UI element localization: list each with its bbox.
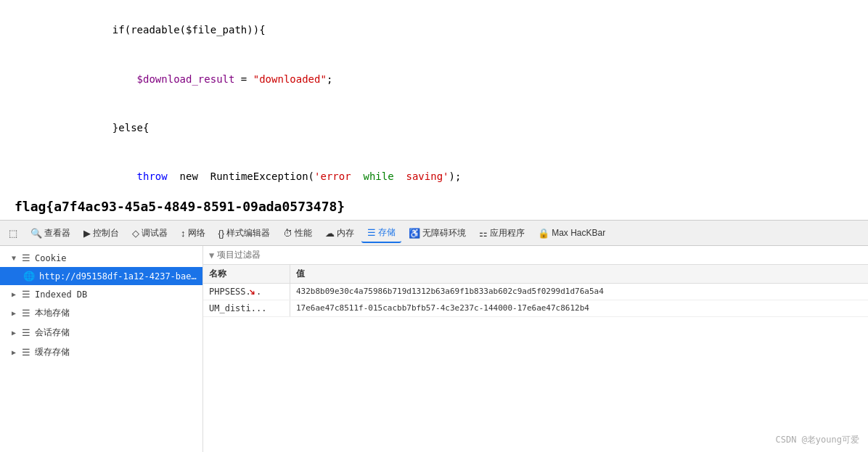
table-row[interactable]: PHPSESS... ➔ 432b8b09e30c4a75986b719d131… [203,284,868,300]
flag-line: flag{a7f4ac93-45a5-4849-8591-09ada057347… [0,196,868,220]
perf-icon: ⏱ [283,228,292,239]
memory-icon: ☁ [325,228,335,239]
expand-arrow-localstorage: ▶ [12,309,16,317]
flag-text: flag{a7f4ac93-45a5-4849-8591-09ada057347… [15,199,345,214]
toolbar-style-button[interactable]: {} 样式编辑器 [213,224,277,242]
code-line-1: if(readable($file_path)){ [15,6,853,54]
viewer-label: 查看器 [44,227,70,239]
storage-icon: ☰ [367,227,376,238]
maxhackar-icon: 🔒 [538,228,549,239]
toolbar-a11y-button[interactable]: ♿ 无障碍环境 [403,224,472,242]
expand-arrow-cachestorage: ▶ [12,348,16,356]
sidebar-item-sessionstorage[interactable]: ▶ ☰ 会话存储 [0,323,202,342]
watermark: CSDN @老young可爱 [776,434,859,446]
storage-content-area: ▼ 项目过滤器 名称 值 PHPSESS... ➔ [203,246,868,452]
style-icon: {} [218,228,225,239]
storage-sidebar: ▼ ☰ Cookie 🌐 http://d95158df-1a12-4237-b… [0,246,203,452]
toolbar-inspect-button[interactable]: ⬚ [3,225,23,242]
network-label: 网络 [188,227,205,239]
cookie-value-1: 432b8b09e30c4a75986b719d1312b63a69f1b833… [290,284,868,300]
viewer-icon: 🔍 [30,228,42,239]
sidebar-item-cookie-url[interactable]: 🌐 http://d95158df-1a12-4237-bae8-6b2e0ad… [0,267,202,285]
expand-arrow-indexeddb: ▶ [12,290,16,298]
toolbar-memory-button[interactable]: ☁ 内存 [319,224,360,242]
sidebar-cookie-label: Cookie [35,253,66,263]
toolbar-network-button[interactable]: ↕ 网络 [175,224,211,242]
header-value: 值 [290,265,868,283]
cookie-value-2: 17e6ae47c8511f-015cacbb7bfb57-4c3e237c-1… [290,300,868,316]
a11y-label: 无障碍环境 [422,227,466,239]
memory-label: 内存 [337,227,354,239]
apps-label: 应用程序 [490,227,525,239]
code-line-4: throw new RuntimeException('error while … [15,152,853,196]
debugger-label: 调试器 [142,227,168,239]
toolbar-viewer-button[interactable]: 🔍 查看器 [25,224,76,242]
indexeddb-icon: ☰ [22,289,30,300]
table-row[interactable]: UM_disti... 17e6ae47c8511f-015cacbb7bfb5… [203,300,868,317]
sidebar-item-cachestorage[interactable]: ▶ ☰ 缓存存储 [0,342,202,362]
globe-icon: 🌐 [23,271,35,282]
cachestorage-icon: ☰ [22,347,30,358]
style-label: 样式编辑器 [226,227,270,239]
expand-arrow-sessionstorage: ▶ [12,329,16,337]
inspect-icon: ⬚ [9,228,17,239]
sidebar-cookie-url-label: http://d95158df-1a12-4237-bae8-6b2e0adfe… [39,271,197,282]
console-icon: ▶ [83,228,91,239]
toolbar-apps-button[interactable]: ⚏ 应用程序 [473,224,531,242]
sidebar-cachestorage-label: 缓存存储 [35,346,70,358]
storage-label: 存储 [378,226,396,239]
header-name: 名称 [203,265,290,283]
localstorage-icon: ☰ [22,308,30,319]
toolbar-storage-button[interactable]: ☰ 存储 [361,223,401,243]
filter-label: 项目过滤器 [217,249,261,261]
cookie-db-icon: ☰ [22,252,30,263]
sidebar-item-localstorage[interactable]: ▶ ☰ 本地存储 [0,303,202,323]
code-area: if(readable($file_path)){ $download_resu… [0,0,868,196]
perf-label: 性能 [295,227,312,239]
table-header: 名称 值 [203,265,868,284]
sidebar-item-indexeddb[interactable]: ▶ ☰ Indexed DB [0,285,202,303]
toolbar-debugger-button[interactable]: ◇ 调试器 [126,224,173,242]
sessionstorage-icon: ☰ [22,327,30,338]
filter-bar: ▼ 项目过滤器 [203,246,868,265]
cookie-name-2: UM_disti... [203,300,290,316]
code-line-3: }else{ [15,103,853,152]
toolbar-maxhackar-button[interactable]: 🔒 Max HacKBar [532,225,611,242]
cookie-name-1: PHPSESS... ➔ [203,284,290,300]
code-line-2: $download_result = "downloaded"; [15,54,853,103]
sidebar-sessionstorage-label: 会话存储 [35,326,70,339]
sidebar-localstorage-label: 本地存储 [35,307,70,319]
maxhackar-label: Max HacKBar [552,228,605,238]
debugger-icon: ◇ [132,228,139,239]
expand-arrow-cookie: ▼ [12,254,16,262]
sidebar-item-cookie[interactable]: ▼ ☰ Cookie [0,249,202,267]
apps-icon: ⚏ [479,228,488,239]
toolbar-perf-button[interactable]: ⏱ 性能 [277,224,318,242]
console-label: 控制台 [93,227,119,239]
network-icon: ↕ [181,228,186,239]
devtools-toolbar: ⬚ 🔍 查看器 ▶ 控制台 ◇ 调试器 ↕ 网络 {} 样式编辑器 ⏱ 性能 ☁… [0,220,868,246]
a11y-icon: ♿ [409,228,420,239]
filter-icon: ▼ [209,250,214,260]
toolbar-console-button[interactable]: ▶ 控制台 [78,224,125,242]
data-table: 名称 值 PHPSESS... ➔ 432b8b09e30c4a75986b71… [203,265,868,452]
devtools-main: ▼ ☰ Cookie 🌐 http://d95158df-1a12-4237-b… [0,246,868,452]
sidebar-indexeddb-label: Indexed DB [35,289,87,300]
